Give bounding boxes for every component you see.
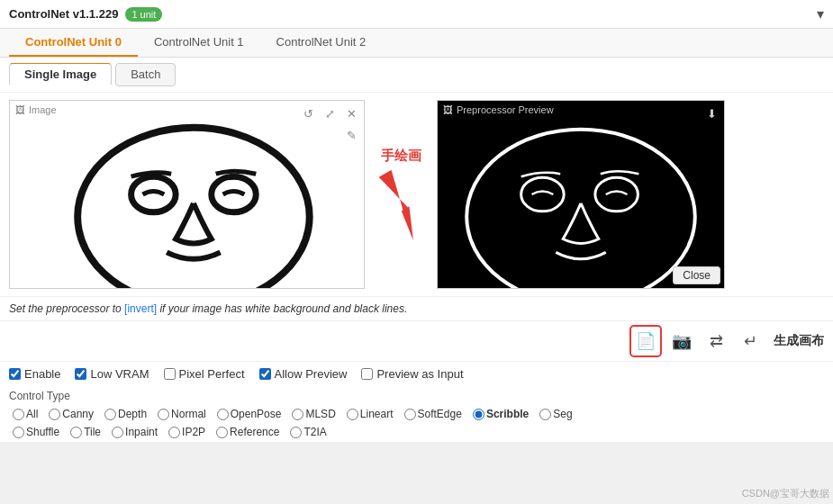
image-icon: 🖼 bbox=[15, 104, 25, 115]
radio-t2ia[interactable]: T2IA bbox=[286, 424, 330, 440]
radio-canny[interactable]: Canny bbox=[45, 406, 97, 422]
radio-openpose[interactable]: OpenPose bbox=[213, 406, 285, 422]
info-text-after: if your image has white background and b… bbox=[157, 302, 407, 315]
control-type-row-2: Shuffle Tile Inpaint IP2P Reference T2IA bbox=[9, 424, 824, 440]
unit-tab-0[interactable]: ControlNet Unit 0 bbox=[9, 29, 138, 57]
info-text-before: Set the preprocessor to bbox=[9, 302, 124, 315]
swap-button[interactable]: ⇄ bbox=[702, 327, 730, 356]
radio-scribble[interactable]: Scribble bbox=[469, 406, 532, 422]
sub-tab-batch[interactable]: Batch bbox=[115, 63, 176, 86]
camera-icon: 📷 bbox=[672, 331, 692, 351]
sub-tabs: Single Image Batch bbox=[0, 58, 833, 93]
sub-tab-single-image[interactable]: Single Image bbox=[9, 63, 112, 86]
reset-icon[interactable]: ↺ bbox=[299, 104, 317, 122]
watermark: CSDN@宝哥大数据 bbox=[742, 487, 829, 500]
radio-softedge[interactable]: SoftEdge bbox=[401, 406, 466, 422]
middle-area: 手绘画 bbox=[374, 100, 428, 289]
invert-link[interactable]: [invert] bbox=[124, 302, 157, 315]
generate-canvas-label: 生成画布 bbox=[774, 333, 824, 349]
pixel-perfect-checkbox[interactable]: Pixel Perfect bbox=[164, 367, 245, 381]
download-icon[interactable]: ⬇ bbox=[702, 104, 720, 122]
hand-drawn-label: 手绘画 bbox=[381, 148, 421, 165]
image-panel-label: 🖼 Image bbox=[15, 104, 57, 115]
close-icon[interactable]: ✕ bbox=[342, 104, 360, 122]
unit-badge: 1 unit bbox=[125, 7, 162, 22]
action-bar: 📄 📷 ⇄ ↵ 生成画布 bbox=[0, 321, 833, 361]
preprocessor-panel: 🖼 Preprocessor Preview ⬇ Close bbox=[437, 100, 725, 289]
radio-mlsd[interactable]: MLSD bbox=[288, 406, 339, 422]
camera-button[interactable]: 📷 bbox=[667, 327, 696, 356]
swap-icon: ⇄ bbox=[710, 331, 723, 351]
radio-all[interactable]: All bbox=[9, 406, 41, 422]
radio-tile[interactable]: Tile bbox=[67, 424, 104, 440]
info-bar: Set the preprocessor to [invert] if your… bbox=[0, 296, 833, 321]
radio-shuffle[interactable]: Shuffle bbox=[9, 424, 63, 440]
edit-icon[interactable]: ✎ bbox=[342, 126, 360, 144]
radio-normal[interactable]: Normal bbox=[154, 406, 210, 422]
top-bar-left: ControlNet v1.1.229 1 unit bbox=[9, 7, 162, 22]
preprocessor-panel-icons: ⬇ bbox=[702, 104, 720, 122]
preprocessor-icon: 🖼 bbox=[443, 104, 453, 115]
low-vram-checkbox[interactable]: Low VRAM bbox=[75, 367, 149, 381]
allow-preview-checkbox[interactable]: Allow Preview bbox=[259, 367, 348, 381]
svg-marker-3 bbox=[376, 170, 425, 240]
image-panel: 🖼 Image ↺ ⤢ ✕ ✎ bbox=[9, 100, 365, 289]
radio-depth[interactable]: Depth bbox=[101, 406, 150, 422]
enable-checkbox[interactable]: Enable bbox=[9, 367, 60, 381]
app-title: ControlNet v1.1.229 bbox=[9, 7, 118, 21]
close-button[interactable]: Close bbox=[673, 266, 720, 284]
unit-tab-2[interactable]: ControlNet Unit 2 bbox=[260, 29, 383, 57]
unit-tabs: ControlNet Unit 0 ControlNet Unit 1 Cont… bbox=[0, 29, 833, 58]
svg-point-2 bbox=[212, 176, 257, 212]
radio-reference[interactable]: Reference bbox=[213, 424, 283, 440]
control-type-row-1: All Canny Depth Normal OpenPose MLSD Lin… bbox=[9, 406, 824, 422]
unit-tab-1[interactable]: ControlNet Unit 1 bbox=[138, 29, 260, 57]
main-content: 🖼 Image ↺ ⤢ ✕ ✎ bbox=[0, 93, 833, 296]
radio-ip2p[interactable]: IP2P bbox=[165, 424, 209, 440]
send-icon: ↵ bbox=[744, 331, 757, 351]
send-button[interactable]: ↵ bbox=[736, 327, 765, 356]
preview-as-input-checkbox[interactable]: Preview as Input bbox=[361, 367, 463, 381]
radio-lineart[interactable]: Lineart bbox=[343, 406, 397, 422]
preprocessor-canvas bbox=[438, 101, 724, 288]
control-type-section: Control Type All Canny Depth Normal Open… bbox=[0, 386, 833, 442]
svg-point-1 bbox=[131, 176, 177, 212]
drawing-canvas[interactable] bbox=[10, 101, 364, 288]
file-action-button[interactable]: 📄 bbox=[629, 325, 662, 357]
preprocessor-panel-label: 🖼 Preprocessor Preview bbox=[443, 104, 554, 115]
arrow-icon bbox=[376, 170, 426, 242]
expand-icon[interactable]: ⤢ bbox=[321, 104, 339, 122]
top-bar: ControlNet v1.1.229 1 unit ▾ bbox=[0, 0, 833, 29]
chevron-down-icon[interactable]: ▾ bbox=[817, 5, 824, 22]
radio-seg[interactable]: Seg bbox=[536, 406, 575, 422]
image-panel-icons: ↺ ⤢ ✕ bbox=[299, 104, 360, 122]
file-icon: 📄 bbox=[636, 331, 656, 351]
checkboxes-row: Enable Low VRAM Pixel Perfect Allow Prev… bbox=[0, 361, 833, 386]
radio-inpaint[interactable]: Inpaint bbox=[108, 424, 161, 440]
control-type-label: Control Type bbox=[9, 390, 824, 402]
